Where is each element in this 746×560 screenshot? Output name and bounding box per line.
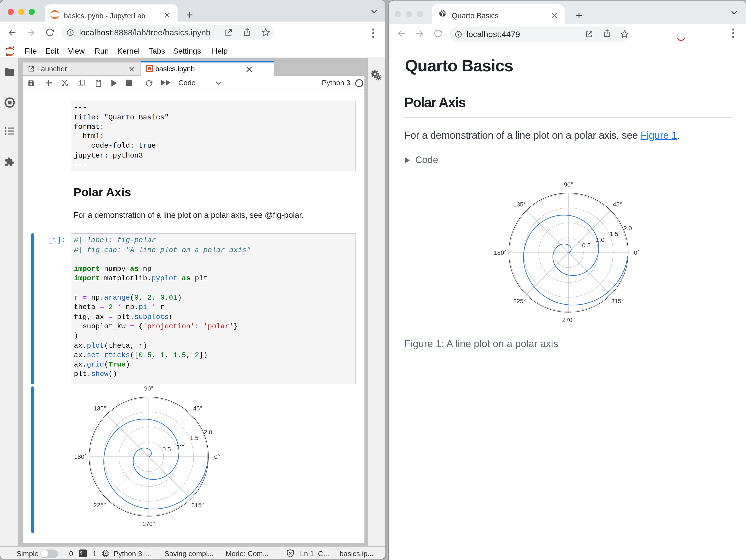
svg-text:90°: 90° [144,385,153,392]
svg-text:135°: 135° [93,405,106,412]
svg-text:270°: 270° [142,521,155,527]
svg-text:315°: 315° [191,502,204,509]
svg-text:0°: 0° [214,453,220,460]
svg-text:1.5: 1.5 [190,435,198,441]
svg-text:0.5: 0.5 [162,446,171,453]
svg-text:45°: 45° [193,405,202,412]
svg-text:2.0: 2.0 [203,429,212,436]
svg-text:1.0: 1.0 [176,440,185,447]
svg-text:225°: 225° [93,502,106,509]
svg-text:180°: 180° [74,453,87,460]
